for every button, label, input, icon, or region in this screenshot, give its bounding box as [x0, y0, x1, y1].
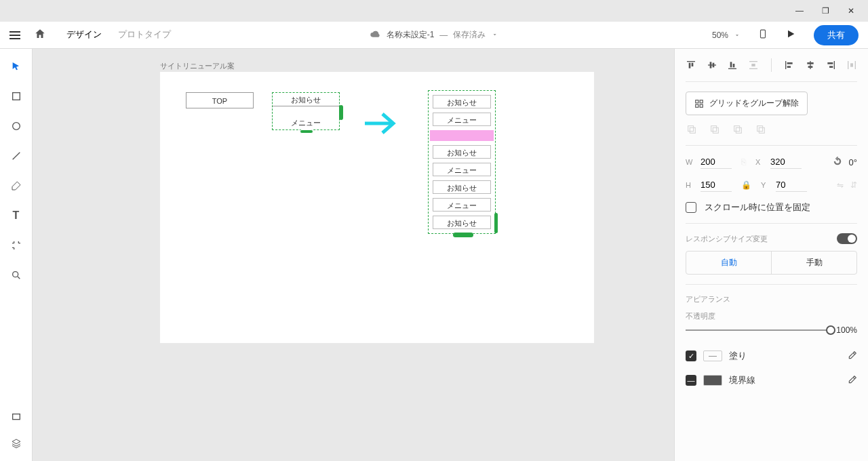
- grid-handle-vertical-icon[interactable]: [339, 105, 343, 120]
- y-label: Y: [761, 181, 769, 189]
- eyedropper-icon[interactable]: [848, 375, 857, 386]
- svg-rect-10: [692, 63, 694, 66]
- svg-rect-0: [761, 30, 766, 38]
- grid-cell[interactable]: メニュー: [433, 163, 491, 176]
- svg-rect-37: [690, 127, 695, 133]
- fill-enable-checkbox[interactable]: ✓: [686, 350, 696, 361]
- align-hcenter-icon[interactable]: [805, 59, 816, 71]
- canvas-repeat-grid-b[interactable]: お知らせ メニュー お知らせ メニュー お知らせ メニュー お知らせ: [428, 90, 496, 234]
- play-icon[interactable]: [785, 28, 796, 41]
- svg-rect-13: [712, 63, 714, 68]
- tab-prototype[interactable]: プロトタイプ: [118, 20, 171, 50]
- distribute-v-icon: [748, 59, 760, 71]
- grid-cell[interactable]: メニュー: [433, 198, 491, 212]
- svg-rect-31: [850, 63, 853, 66]
- arrow-right-icon[interactable]: [363, 110, 399, 139]
- artboard-label[interactable]: サイトリニューアル案: [160, 61, 235, 71]
- rectangle-tool-icon[interactable]: [9, 89, 23, 103]
- fix-scroll-checkbox[interactable]: [686, 202, 696, 213]
- height-input[interactable]: [701, 178, 732, 192]
- svg-rect-38: [711, 126, 717, 132]
- minimize-icon[interactable]: —: [795, 6, 804, 16]
- device-preview-icon[interactable]: [758, 28, 768, 42]
- grid-handle-horizontal-icon[interactable]: [300, 129, 313, 134]
- eyedropper-icon[interactable]: [848, 350, 857, 362]
- zoom-tool-icon[interactable]: [9, 268, 23, 282]
- appearance-title: アピアランス: [686, 294, 730, 304]
- svg-rect-25: [808, 66, 812, 68]
- svg-point-4: [12, 272, 18, 277]
- svg-rect-6: [12, 414, 20, 420]
- tab-design[interactable]: デザイン: [66, 20, 102, 50]
- y-input[interactable]: [776, 178, 807, 192]
- grid-handle-horizontal-icon[interactable]: [453, 233, 473, 237]
- rotate-value[interactable]: 0°: [849, 157, 857, 167]
- rotate-icon[interactable]: [833, 157, 842, 168]
- svg-rect-41: [736, 127, 741, 133]
- align-bottom-icon[interactable]: [727, 59, 738, 71]
- responsive-manual-button[interactable]: 手動: [772, 252, 856, 274]
- grid-cell[interactable]: お知らせ: [433, 216, 491, 229]
- ungroup-grid-label: グリッドをグループ解除: [709, 98, 799, 109]
- svg-line-5: [18, 277, 20, 279]
- opacity-slider[interactable]: [686, 329, 831, 331]
- share-button[interactable]: 共有: [814, 25, 859, 45]
- close-icon[interactable]: ✕: [846, 6, 856, 16]
- svg-rect-22: [787, 66, 791, 68]
- menu-icon[interactable]: [9, 31, 20, 39]
- home-icon[interactable]: [34, 28, 46, 43]
- document-title-area[interactable]: 名称未設定-1 — 保存済み: [370, 28, 498, 41]
- pen-tool-icon[interactable]: [9, 179, 23, 193]
- ellipse-tool-icon[interactable]: [9, 119, 23, 133]
- assets-panel-icon[interactable]: [9, 409, 23, 423]
- border-swatch[interactable]: [703, 375, 722, 386]
- grid-cell[interactable]: メニュー: [273, 116, 339, 129]
- grid-cell[interactable]: お知らせ: [433, 145, 491, 159]
- canvas-box-top[interactable]: TOP: [186, 92, 254, 108]
- height-label: H: [686, 181, 694, 189]
- responsive-auto-button[interactable]: 自動: [686, 252, 772, 274]
- width-input[interactable]: [701, 155, 732, 169]
- grid-gap-highlight[interactable]: [430, 130, 494, 141]
- responsive-toggle[interactable]: [837, 233, 857, 244]
- opacity-value: 100%: [836, 325, 857, 335]
- svg-rect-9: [689, 63, 691, 68]
- svg-rect-15: [730, 62, 732, 67]
- app-topbar: デザイン プロトタイプ 名称未設定-1 — 保存済み 50% 共有: [0, 22, 868, 49]
- line-tool-icon[interactable]: [9, 149, 23, 163]
- zoom-dropdown[interactable]: 50%: [712, 31, 741, 40]
- svg-rect-34: [696, 104, 698, 107]
- grid-handle-vertical-icon[interactable]: [494, 213, 498, 233]
- properties-panel: グリッドをグループ解除 W ⎘ X 0°: [674, 49, 868, 461]
- zoom-value: 50%: [712, 31, 728, 40]
- layers-panel-icon[interactable]: [9, 437, 23, 450]
- canvas-repeat-grid-a[interactable]: お知らせ メニュー: [272, 92, 340, 130]
- flip-v-icon[interactable]: ⇵: [850, 180, 857, 190]
- grid-cell[interactable]: お知らせ: [273, 93, 339, 106]
- artboard-tool-icon[interactable]: [9, 239, 23, 252]
- flip-h-icon[interactable]: ⇋: [837, 180, 844, 190]
- align-top-icon[interactable]: [686, 59, 697, 71]
- select-tool-icon[interactable]: [9, 60, 23, 73]
- grid-cell[interactable]: メニュー: [433, 113, 491, 126]
- lock-aspect-icon[interactable]: 🔒: [741, 180, 751, 190]
- artboard[interactable]: TOP お知らせ メニュー お知らせ メニュー お知らせ メニュー お知らせ メ…: [160, 72, 594, 343]
- svg-rect-42: [757, 126, 763, 132]
- text-tool-icon[interactable]: T: [9, 209, 23, 222]
- align-right-icon[interactable]: [825, 59, 837, 71]
- grid-cell[interactable]: お知らせ: [433, 95, 491, 108]
- tool-rail: T: [0, 49, 33, 461]
- canvas[interactable]: サイトリニューアル案 TOP お知らせ メニュー お知らせ メニュー お知らせ …: [33, 49, 674, 461]
- window-titlebar: — ❐ ✕: [0, 0, 868, 22]
- align-left-icon[interactable]: [784, 59, 795, 71]
- svg-rect-12: [709, 62, 711, 68]
- maximize-icon[interactable]: ❐: [821, 6, 830, 16]
- svg-rect-27: [828, 62, 833, 64]
- fill-swatch[interactable]: —: [703, 350, 722, 361]
- border-enable-checkbox[interactable]: —: [686, 375, 696, 386]
- svg-rect-24: [807, 62, 813, 64]
- grid-cell[interactable]: お知らせ: [433, 180, 491, 194]
- align-vcenter-icon[interactable]: [707, 59, 718, 71]
- x-input[interactable]: [770, 155, 802, 169]
- ungroup-grid-button[interactable]: グリッドをグループ解除: [686, 92, 808, 115]
